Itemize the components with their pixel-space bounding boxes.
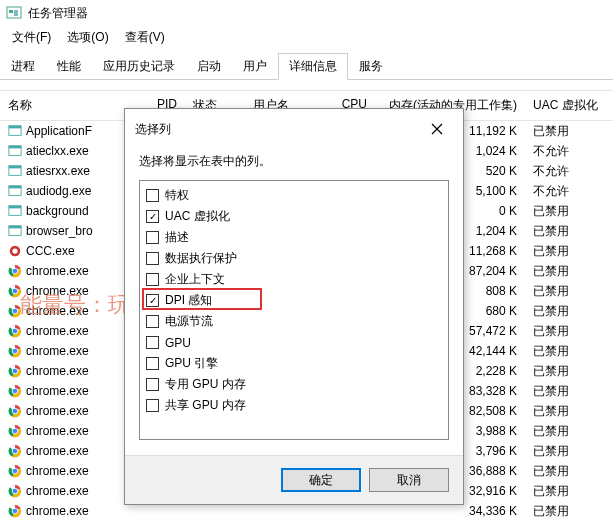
ok-button[interactable]: 确定 [281,468,361,492]
tab-6[interactable]: 服务 [348,53,394,80]
process-icon [8,404,22,418]
process-uac: 已禁用 [525,263,613,280]
process-uac: 不允许 [525,183,613,200]
checkbox[interactable] [146,252,159,265]
process-uac: 已禁用 [525,403,613,420]
column-option[interactable]: 专用 GPU 内存 [142,374,446,395]
tabbar: 进程性能应用历史记录启动用户详细信息服务 [0,52,613,80]
tab-3[interactable]: 启动 [186,53,232,80]
tab-2[interactable]: 应用历史记录 [92,53,186,80]
process-uac: 已禁用 [525,463,613,480]
column-listbox[interactable]: 特权UAC 虚拟化描述数据执行保护企业上下文DPI 感知电源节流GPUGPU 引… [139,180,449,440]
checkbox[interactable] [146,189,159,202]
process-name: CCC.exe [26,244,75,258]
process-uac: 已禁用 [525,483,613,500]
close-icon [431,123,443,135]
process-uac: 已禁用 [525,363,613,380]
svg-point-16 [12,249,17,254]
svg-rect-8 [9,166,21,169]
process-icon [8,144,22,158]
process-uac: 已禁用 [525,443,613,460]
column-option[interactable]: UAC 虚拟化 [142,206,446,227]
column-option-label: 特权 [165,187,189,204]
process-uac: 已禁用 [525,223,613,240]
cancel-button[interactable]: 取消 [369,468,449,492]
column-option[interactable]: 电源节流 [142,311,446,332]
tab-1[interactable]: 性能 [46,53,92,80]
column-option-label: 共享 GPU 内存 [165,397,246,414]
svg-rect-1 [9,10,13,13]
column-option-label: GPU 引擎 [165,355,218,372]
process-icon [8,124,22,138]
process-uac: 已禁用 [525,343,613,360]
svg-rect-6 [9,146,21,149]
column-option-label: 数据执行保护 [165,250,237,267]
column-option-label: 描述 [165,229,189,246]
column-option[interactable]: 数据执行保护 [142,248,446,269]
checkbox[interactable] [146,378,159,391]
process-icon [8,464,22,478]
process-icon [8,364,22,378]
checkbox[interactable] [146,210,159,223]
process-name: chrome.exe [26,464,89,478]
dialog-title: 选择列 [135,121,171,138]
col-header-uac[interactable]: UAC 虚拟化 [525,91,613,120]
process-icon [8,304,22,318]
column-option-label: UAC 虚拟化 [165,208,230,225]
process-name: chrome.exe [26,404,89,418]
column-option[interactable]: 特权 [142,185,446,206]
column-option-label: 专用 GPU 内存 [165,376,246,393]
process-icon [8,204,22,218]
process-icon [8,284,22,298]
checkbox[interactable] [146,399,159,412]
checkbox[interactable] [146,273,159,286]
process-icon [8,164,22,178]
menu-file[interactable]: 文件(F) [4,27,59,48]
checkbox[interactable] [146,315,159,328]
process-uac: 已禁用 [525,243,613,260]
process-mem: 34,336 K [375,504,525,518]
checkbox[interactable] [146,231,159,244]
column-option[interactable]: GPU 引擎 [142,353,446,374]
checkbox[interactable] [146,336,159,349]
window-titlebar: 任务管理器 [0,0,613,26]
process-icon [8,484,22,498]
svg-rect-2 [14,10,18,16]
tab-5[interactable]: 详细信息 [278,53,348,80]
dialog-close-button[interactable] [421,117,453,141]
process-uac: 已禁用 [525,423,613,440]
process-icon [8,444,22,458]
menu-view[interactable]: 查看(V) [117,27,173,48]
process-name: chrome.exe [26,444,89,458]
process-uac: 已禁用 [525,123,613,140]
process-uac: 已禁用 [525,383,613,400]
tab-4[interactable]: 用户 [232,53,278,80]
select-columns-dialog: 选择列 选择将显示在表中的列。 特权UAC 虚拟化描述数据执行保护企业上下文DP… [124,108,464,505]
svg-rect-14 [9,226,21,229]
process-name: chrome.exe [26,384,89,398]
process-icon [8,424,22,438]
process-icon [8,384,22,398]
tab-0[interactable]: 进程 [0,53,46,80]
process-icon [8,184,22,198]
process-uac: 已禁用 [525,323,613,340]
process-name: atieclxx.exe [26,144,89,158]
process-icon [8,504,22,518]
dialog-instruction: 选择将显示在表中的列。 [139,153,449,170]
process-icon [8,244,22,258]
svg-rect-4 [9,126,21,129]
process-name: background [26,204,89,218]
column-option[interactable]: GPU [142,332,446,353]
svg-rect-12 [9,206,21,209]
process-uac: 已禁用 [525,283,613,300]
process-uac: 不允许 [525,143,613,160]
process-name: browser_bro [26,224,93,238]
menu-options[interactable]: 选项(O) [59,27,116,48]
col-header-name[interactable]: 名称 [0,91,125,120]
column-option[interactable]: 描述 [142,227,446,248]
column-option[interactable]: 共享 GPU 内存 [142,395,446,416]
process-uac: 已禁用 [525,303,613,320]
column-option[interactable]: 企业上下文 [142,269,446,290]
checkbox[interactable] [146,357,159,370]
menubar: 文件(F) 选项(O) 查看(V) [0,26,613,48]
